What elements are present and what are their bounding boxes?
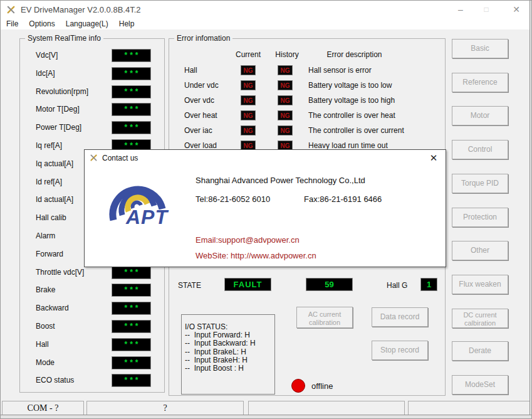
- apt-logo: APT: [103, 172, 174, 229]
- fax: Fax:86-21-6191 6466: [304, 194, 382, 204]
- connection-status-label: offline: [311, 381, 333, 391]
- error-current-badge: NG: [241, 125, 256, 135]
- realtime-display: ***: [112, 338, 151, 351]
- modeset-button[interactable]: ModeSet: [452, 375, 508, 395]
- error-current-badge: NG: [241, 95, 256, 105]
- realtime-row: Throttle vdc[V]***: [20, 266, 164, 279]
- error-header-description: Error description: [312, 50, 397, 59]
- state-value-display: FAULT: [224, 278, 271, 291]
- realtime-label: Id actual[A]: [36, 195, 73, 204]
- realtime-label: Vdc[V]: [36, 51, 58, 60]
- realtime-row: Hall***: [20, 338, 164, 351]
- menu-bar: File Options Language(L) Help: [1, 18, 531, 29]
- error-row: Over vdcNGNGBattery voltage is too high: [169, 95, 445, 105]
- error-header-history: History: [268, 50, 306, 59]
- error-current-badge: NG: [241, 80, 256, 90]
- window-frame-right: [529, 1, 531, 418]
- torque-pid-button[interactable]: Torque PID: [452, 174, 508, 193]
- realtime-row: Mode***: [20, 356, 164, 369]
- realtime-row: Boost***: [20, 320, 164, 333]
- protection-button[interactable]: Protection: [452, 208, 508, 227]
- realtime-display: ***: [112, 103, 151, 116]
- app-logo-icon: [6, 5, 16, 14]
- statusbar-cell: [248, 401, 405, 415]
- basic-button[interactable]: Basic: [452, 39, 508, 58]
- error-row: HallNGNGHall sensor is error: [169, 65, 445, 75]
- io-status-line: -- Input Boost : H: [185, 364, 274, 373]
- menu-file[interactable]: File: [6, 19, 18, 28]
- company-name: Shanghai Advanced Power Technology Co.,L…: [196, 176, 365, 185]
- realtime-label: Forward: [36, 250, 63, 258]
- realtime-row: Backward***: [20, 302, 164, 315]
- realtime-display: ***: [112, 302, 151, 315]
- error-label: Hall: [184, 66, 197, 75]
- window-frame-bottom: [1, 415, 531, 418]
- error-history-badge: NG: [278, 110, 293, 120]
- io-status-box: I/O STATUS: -- Input Forward: H -- Input…: [181, 314, 275, 395]
- other-button[interactable]: Other: [452, 241, 508, 260]
- realtime-row: Revolution[rpm]***: [20, 85, 164, 98]
- hall-g-display: 1: [420, 278, 437, 291]
- io-status-line: -- Input Backward: H: [185, 339, 274, 347]
- hall-g-label: Hall G: [387, 281, 407, 290]
- error-description: The controller is over heat: [308, 111, 395, 120]
- menu-options[interactable]: Options: [29, 19, 55, 28]
- realtime-label: Motor T[Deg]: [36, 105, 80, 114]
- realtime-row: Idc[A]***: [20, 67, 164, 80]
- realtime-row: Vdc[V]***: [20, 49, 164, 62]
- realtime-display: ***: [112, 374, 151, 387]
- realtime-label: ECO status: [36, 376, 74, 385]
- realtime-label: Brake: [36, 285, 55, 294]
- realtime-row: Motor T[Deg]***: [20, 103, 164, 116]
- error-row: Over iacNGNGThe controller is over curre…: [169, 125, 445, 135]
- maximize-button[interactable]: □: [474, 1, 499, 18]
- error-rows: HallNGNGHall sensor is error Under vdcNG…: [169, 65, 445, 151]
- window-title: EV DriveManager V2.0.0.8B.4T.2: [21, 5, 141, 14]
- motor-button[interactable]: Motor: [452, 106, 508, 125]
- derate-button[interactable]: Derate: [452, 341, 508, 361]
- realtime-display: ***: [112, 121, 151, 134]
- data-record-button[interactable]: Data record: [372, 307, 428, 327]
- ac-current-calibration-button[interactable]: AC current calibration: [296, 307, 353, 328]
- contact-dialog: Contact us ✕ APT Shanghai Advanced Power…: [84, 149, 446, 267]
- statusbar-cell: [408, 401, 531, 415]
- realtime-label: Alarm: [36, 231, 55, 240]
- dc-current-calibration-button[interactable]: DC current calbiration: [452, 309, 508, 328]
- realtime-display: ***: [112, 284, 151, 297]
- error-history-badge: NG: [278, 65, 293, 75]
- realtime-display: ***: [112, 266, 151, 279]
- email-link[interactable]: Email:support@advpower.cn: [196, 235, 300, 245]
- state-label: STATE: [178, 281, 201, 290]
- title-bar[interactable]: EV DriveManager V2.0.0.8B.4T.2 – □ ✕: [1, 1, 531, 18]
- realtime-label: Idc[A]: [36, 69, 55, 78]
- close-button[interactable]: ✕: [504, 1, 529, 18]
- error-label: Over vdc: [184, 96, 214, 105]
- realtime-label: Iq actual[A]: [36, 159, 73, 168]
- error-current-badge: NG: [241, 65, 256, 75]
- realtime-label: Id ref[A]: [36, 178, 62, 186]
- reference-button[interactable]: Reference: [452, 73, 508, 92]
- realtime-panel-title: System RealTime info: [25, 34, 103, 43]
- stop-record-button[interactable]: Stop record: [372, 341, 428, 360]
- error-label: Over iac: [184, 126, 212, 135]
- realtime-display: ***: [112, 320, 151, 333]
- statusbar-com-cell: COM - ?: [2, 401, 84, 415]
- telephone: Tel:86-21-6052 6010: [196, 194, 270, 204]
- contact-dialog-titlebar[interactable]: Contact us ✕: [85, 150, 446, 166]
- realtime-display: ***: [112, 67, 151, 80]
- control-button[interactable]: Control: [452, 140, 508, 159]
- contact-dialog-close-icon[interactable]: ✕: [427, 152, 441, 164]
- minimize-button[interactable]: –: [448, 1, 473, 18]
- error-label: Over load: [184, 141, 217, 150]
- menu-language[interactable]: Language(L): [66, 19, 108, 28]
- realtime-display: ***: [112, 49, 151, 62]
- realtime-label: Hall calib: [36, 213, 66, 222]
- flux-weaken-button[interactable]: Flux weaken: [452, 275, 508, 294]
- error-header-current: Current: [229, 50, 267, 59]
- error-current-badge: NG: [241, 110, 256, 120]
- menu-help[interactable]: Help: [119, 19, 135, 28]
- realtime-label: Throttle vdc[V]: [36, 268, 84, 277]
- realtime-label: Boost: [36, 322, 55, 331]
- website-link[interactable]: WebSite: http://www.advpower.cn: [196, 251, 316, 260]
- realtime-label: Mode: [36, 358, 55, 367]
